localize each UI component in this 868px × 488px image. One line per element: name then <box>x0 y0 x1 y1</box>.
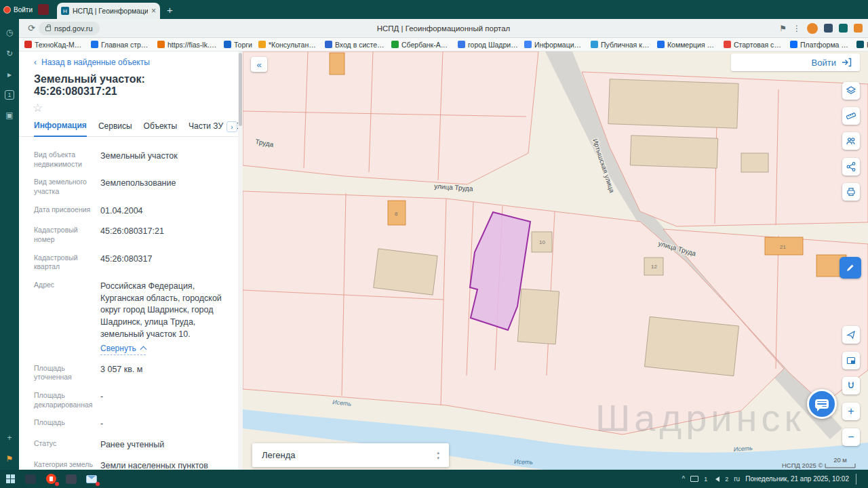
refresh-icon[interactable]: ⟳ <box>28 23 35 33</box>
chat-button[interactable] <box>807 389 837 419</box>
zoom-in-button[interactable]: + <box>842 403 860 420</box>
collaboration-button[interactable] <box>842 132 860 150</box>
field-label: Вид объекта недвижимости <box>34 150 100 169</box>
sync-icon[interactable]: ↻ <box>4 48 15 59</box>
bookmark-item[interactable]: Главная страниц <box>90 41 153 49</box>
scrollbar-thumb[interactable] <box>239 53 242 126</box>
tray-expand-icon[interactable]: ^ <box>682 475 686 483</box>
bookmark-item[interactable]: ТехноКад-Муниц <box>23 41 86 49</box>
bookmark-item[interactable]: НСПД <box>855 41 868 49</box>
locate-button[interactable] <box>842 326 860 344</box>
app-icon <box>66 474 77 484</box>
tray-count-1: 1 <box>704 476 707 483</box>
field-row: Площадь- <box>34 418 235 430</box>
tab-close-icon[interactable]: × <box>151 6 156 16</box>
building <box>608 79 738 129</box>
building-orange <box>330 53 344 75</box>
volume-icon[interactable] <box>713 476 719 482</box>
notifications-bell-icon[interactable]: ⚑ <box>4 453 15 464</box>
add-panel-icon[interactable]: + <box>4 432 15 443</box>
start-button[interactable] <box>0 470 20 488</box>
collapse-address-link[interactable]: Свернуть <box>100 343 146 355</box>
feedback-draw-button[interactable] <box>840 257 861 279</box>
field-label: Площадь уточненная <box>34 364 100 382</box>
profile-login-label: Войти <box>14 6 33 14</box>
page-title: НСПД | Геоинформационный портал <box>19 24 868 33</box>
snap-button[interactable] <box>842 377 860 394</box>
bookmark-item[interactable]: Вход в систему У <box>323 41 387 49</box>
tab-services[interactable]: Сервисы <box>98 121 132 136</box>
pinned-extension-icon[interactable] <box>38 4 49 15</box>
screenshot-icon[interactable]: ▣ <box>4 110 15 121</box>
taskbar-app-window[interactable] <box>61 470 81 488</box>
avatar[interactable] <box>807 23 818 34</box>
browser-tab[interactable]: Н НСПД | Геоинформаци × <box>57 3 160 19</box>
map-login-button[interactable]: Войти <box>731 54 860 71</box>
bookmark-item[interactable]: город Шадринск <box>456 41 519 49</box>
bookmark-item[interactable]: Информация о р <box>523 41 586 49</box>
kebab-menu-icon[interactable]: ⋮ <box>793 24 801 33</box>
tab-parts[interactable]: Части ЗУ <box>189 121 223 136</box>
bookmark-item[interactable]: Публичная кадас <box>589 41 652 49</box>
building <box>517 289 559 344</box>
bookmark-item[interactable]: https://fias-lk.nal <box>156 41 219 49</box>
play-icon[interactable]: ▸ <box>4 69 15 80</box>
overview-map-button[interactable] <box>842 352 860 369</box>
zoom-out-button[interactable]: − <box>842 428 860 446</box>
back-link[interactable]: ‹ Назад в найденные объекты <box>19 52 243 67</box>
layers-button[interactable] <box>842 82 860 100</box>
bookmark-favicon-icon <box>856 41 864 48</box>
bookmark-favicon-icon <box>24 41 32 48</box>
tab-information[interactable]: Информация <box>34 121 87 137</box>
bookmark-label: Платформа госус <box>800 41 850 49</box>
profile-icon <box>3 6 11 14</box>
bookmark-label: Информация о р <box>534 41 585 49</box>
bookmark-item[interactable]: Сбербанк-АСТ - з <box>390 41 453 49</box>
panel-collapse-button[interactable]: « <box>251 57 267 72</box>
url-field[interactable]: nspd.gov.ru <box>39 22 100 35</box>
parcel-number: 12 <box>651 264 657 270</box>
bookmarks-bar: ТехноКад-Муниц Главная страниц https://f… <box>19 38 868 52</box>
field-value: - <box>100 418 235 430</box>
favorite-star-icon[interactable]: ☆ <box>19 98 243 114</box>
field-label: Адрес <box>34 281 100 290</box>
field-row: Площадь декларированная- <box>34 391 235 409</box>
field-row: Дата присвоения01.04.2004 <box>34 205 235 218</box>
tabs-scroll-right-button[interactable]: › <box>226 121 237 132</box>
map-canvas[interactable]: Шадринск Труда улица Труда Иртышская ули… <box>243 52 868 470</box>
downloads-icon[interactable] <box>839 24 848 33</box>
bookmark-item[interactable]: Стартовая стран <box>722 41 785 49</box>
bookmark-item[interactable]: Платформа госус <box>789 41 852 49</box>
bookmark-item[interactable]: Коммерция МО.Х <box>656 41 719 49</box>
field-row: Площадь уточненная3 057 кв. м <box>34 364 235 382</box>
language-indicator[interactable]: ru <box>734 475 740 483</box>
field-value: Ранее учтенный <box>100 439 235 451</box>
tab-counter[interactable]: 1 <box>5 90 14 100</box>
chevron-up-icon <box>140 346 146 353</box>
browser-menu-icon[interactable] <box>854 24 863 33</box>
field-row: Кадастровый номер45:26:080317:21 <box>34 226 235 244</box>
tab-objects[interactable]: Объекты <box>144 121 178 136</box>
browser-app-icon <box>46 474 56 484</box>
field-value: Земли населенных пунктов <box>100 460 235 470</box>
panel-scrollbar[interactable] <box>238 52 243 470</box>
legend-bar[interactable]: Легенда ▴▾ <box>252 443 449 467</box>
bookmark-flag-icon[interactable]: ⚑ <box>779 24 787 33</box>
bookmark-item[interactable]: *КонсультантПлю <box>257 41 320 49</box>
history-icon[interactable]: ◷ <box>4 27 15 38</box>
new-tab-button[interactable]: + <box>167 4 173 16</box>
taskbar-app-browser[interactable] <box>41 470 61 488</box>
bookmark-item[interactable]: Торги <box>222 41 254 49</box>
notification-center-button[interactable] <box>856 474 864 485</box>
share-button[interactable] <box>842 158 860 176</box>
print-button[interactable] <box>842 183 860 201</box>
field-label: Площадь декларированная <box>34 391 100 409</box>
taskbar-app-files[interactable] <box>20 470 41 488</box>
measure-button[interactable] <box>842 107 860 125</box>
clock-date[interactable]: Понедельник, 21 апр 2025, 10:02 <box>745 475 849 483</box>
taskbar-app-mail[interactable] <box>81 470 102 488</box>
browser-profile-login-button[interactable]: Войти <box>0 6 38 14</box>
field-value: Земельный участок <box>100 150 235 163</box>
display-icon[interactable] <box>690 476 698 482</box>
extensions-icon[interactable] <box>824 24 833 33</box>
